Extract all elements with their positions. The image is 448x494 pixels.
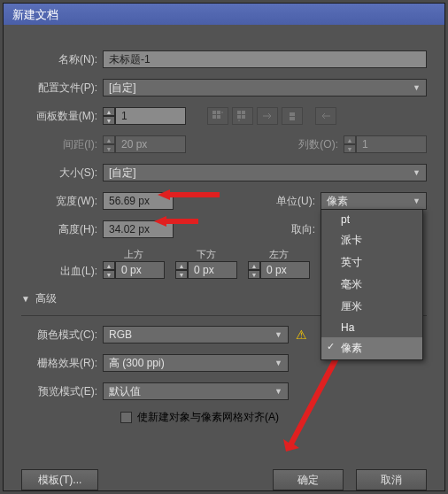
svg-marker-11 (154, 216, 198, 227)
name-input[interactable] (103, 50, 427, 68)
cols-input (356, 135, 427, 153)
units-option[interactable]: 派卡 (321, 229, 422, 251)
preview-value: 默认值 (109, 384, 141, 399)
profile-value: [自定] (109, 81, 136, 96)
cols-label: 列数(O): (290, 137, 344, 152)
red-arrow-annotation (158, 188, 220, 205)
units-label: 单位(U): (267, 194, 321, 209)
option-label: 像素 (341, 342, 362, 354)
units-option[interactable]: 厘米 (321, 296, 422, 318)
units-value: 像素 (327, 194, 348, 209)
bleed-bottom-input[interactable] (188, 261, 237, 279)
size-select[interactable]: [自定] ▼ (103, 164, 427, 181)
titlebar: 新建文档 (4, 4, 444, 25)
bleed-left-stepper[interactable]: ▲▼ (248, 261, 260, 279)
option-label: 派卡 (341, 234, 362, 246)
option-label: 英寸 (341, 256, 362, 268)
artboards-label: 画板数量(M): (21, 109, 103, 124)
units-select[interactable]: 像素 ▼ (321, 192, 427, 210)
chevron-down-icon: ▼ (274, 359, 282, 367)
colormode-label: 颜色模式(C): (21, 328, 103, 343)
chevron-down-icon: ▼ (274, 387, 282, 396)
red-arrow-annotation (283, 345, 345, 454)
profile-select[interactable]: [自定] ▼ (103, 79, 427, 96)
arrange-right-icon[interactable] (257, 107, 278, 125)
artboard-layout-group (207, 107, 336, 125)
spacing-label: 间距(I): (21, 137, 103, 152)
option-label: Ha (341, 321, 354, 334)
grid-by-row-icon[interactable] (207, 107, 228, 125)
svg-rect-2 (212, 115, 216, 119)
bleed-top-label: 上方 (103, 248, 165, 261)
bleed-left-input[interactable] (260, 261, 310, 279)
advanced-label: 高级 (35, 291, 57, 306)
bleed-left-label: 左方 (248, 248, 310, 261)
cols-stepper: ▲▼ (344, 135, 356, 153)
warning-icon: ⚠ (296, 328, 307, 342)
raster-label: 栅格效果(R): (21, 356, 103, 371)
name-label: 名称(N): (21, 52, 103, 67)
bleed-bottom-label: 下方 (175, 248, 237, 261)
align-pixel-label: 使新建对象与像素网格对齐(A) (137, 410, 279, 425)
svg-rect-6 (237, 115, 241, 119)
disclosure-triangle-icon: ▼ (21, 294, 30, 304)
red-arrow-annotation (154, 214, 198, 231)
raster-select[interactable]: 高 (300 ppi) ▼ (103, 354, 289, 372)
arrange-rtl-icon[interactable] (315, 107, 336, 125)
artboards-input[interactable] (115, 107, 186, 125)
units-option[interactable]: ✓像素 (321, 337, 422, 359)
svg-rect-5 (242, 111, 245, 114)
svg-rect-8 (290, 112, 295, 116)
size-value: [自定] (109, 166, 136, 181)
bleed-bottom-stepper[interactable]: ▲▼ (175, 261, 188, 279)
svg-marker-12 (283, 345, 345, 452)
cancel-button[interactable]: 取消 (356, 469, 427, 490)
bleed-top-stepper[interactable]: ▲▼ (103, 261, 115, 279)
orient-label: 取向: (267, 222, 321, 237)
colormode-select[interactable]: RGB ▼ (103, 326, 289, 343)
size-label: 大小(S): (21, 166, 103, 181)
svg-rect-7 (242, 115, 245, 119)
bleed-top-input[interactable] (115, 261, 165, 279)
spacing-input (115, 135, 186, 153)
artboards-stepper[interactable]: ▲▼ (103, 107, 115, 125)
option-label: 厘米 (341, 300, 362, 313)
units-option[interactable]: 毫米 (321, 274, 422, 296)
units-dropdown[interactable]: pt派卡英寸毫米厘米Ha✓像素 (321, 209, 423, 360)
bleed-label: 出血(L): (21, 264, 103, 279)
chevron-down-icon: ▼ (413, 197, 421, 205)
ok-button[interactable]: 确定 (273, 469, 344, 490)
dialog-footer: 模板(T)... 确定 取消 (4, 457, 444, 494)
chevron-down-icon: ▼ (274, 330, 282, 339)
colormode-value: RGB (109, 328, 132, 341)
svg-rect-9 (290, 117, 295, 120)
svg-marker-10 (158, 189, 220, 200)
chevron-down-icon: ▼ (413, 168, 421, 177)
check-icon: ✓ (327, 341, 335, 352)
svg-rect-4 (237, 111, 241, 114)
template-button[interactable]: 模板(T)... (21, 469, 98, 490)
option-label: 毫米 (341, 278, 362, 290)
option-label: pt (341, 213, 350, 226)
profile-label: 配置文件(P): (21, 81, 103, 96)
height-label: 高度(H): (21, 222, 103, 237)
preview-select[interactable]: 默认值 ▼ (103, 382, 289, 400)
width-label: 宽度(W): (21, 194, 103, 209)
units-option[interactable]: pt (321, 210, 422, 229)
spacing-stepper: ▲▼ (103, 135, 115, 153)
preview-label: 预览模式(E): (21, 384, 103, 399)
svg-rect-1 (217, 111, 220, 114)
raster-value: 高 (300 ppi) (109, 356, 165, 371)
svg-rect-0 (212, 111, 216, 114)
align-pixel-checkbox[interactable]: 使新建对象与像素网格对齐(A) (120, 410, 427, 425)
arrange-down-icon[interactable] (282, 107, 303, 125)
grid-by-col-icon[interactable] (232, 107, 253, 125)
units-option[interactable]: Ha (321, 318, 422, 337)
svg-rect-3 (217, 115, 220, 119)
units-option[interactable]: 英寸 (321, 251, 422, 274)
checkbox-box (120, 412, 132, 423)
chevron-down-icon: ▼ (413, 83, 421, 92)
